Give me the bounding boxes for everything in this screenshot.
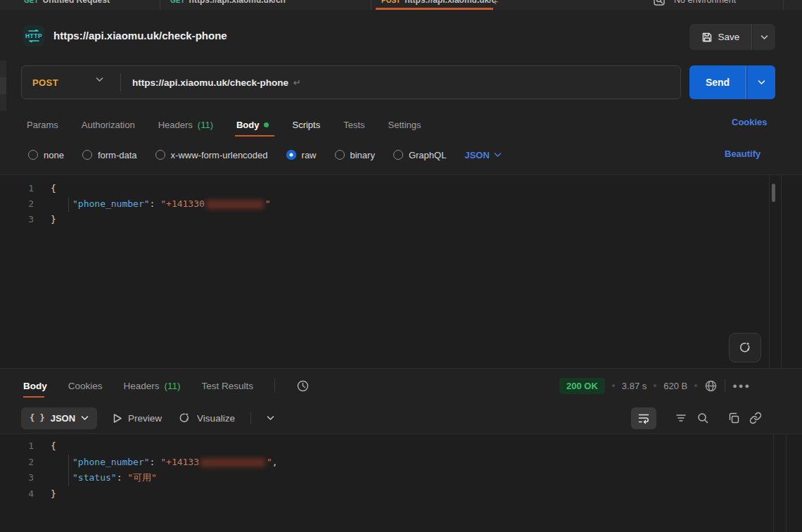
tab-tests[interactable]: Tests bbox=[343, 111, 364, 138]
wrap-text-icon bbox=[637, 412, 650, 424]
tab-label: Tests bbox=[343, 120, 364, 130]
method-selector-chevron[interactable] bbox=[96, 77, 103, 82]
json-value: "+141330 bbox=[160, 198, 205, 209]
search-icon[interactable] bbox=[696, 412, 709, 424]
braces-icon: { } bbox=[30, 413, 45, 423]
json-value: "+14133 bbox=[160, 457, 199, 467]
send-options-button[interactable] bbox=[747, 65, 775, 99]
request-tab-active[interactable]: POSThttps://api.xiaomu.uk/c bbox=[371, 0, 495, 10]
divider bbox=[274, 379, 275, 393]
filter-icon[interactable] bbox=[675, 412, 687, 424]
visualize-button[interactable]: Visualize bbox=[177, 411, 235, 425]
code-line: 1 { bbox=[0, 181, 802, 196]
save-options-button[interactable] bbox=[753, 24, 775, 50]
chevron-down-icon bbox=[81, 415, 89, 421]
json-key: "phone_number" bbox=[72, 457, 150, 467]
response-meta: 200 OK 3.87 s 620 B ●●● bbox=[559, 372, 751, 400]
json-value: " bbox=[265, 198, 271, 209]
radio-label: raw bbox=[302, 150, 317, 160]
visualize-options-chevron-icon[interactable] bbox=[267, 415, 274, 421]
beautify-link[interactable]: Beautify bbox=[725, 148, 760, 159]
history-clock-icon bbox=[296, 379, 310, 393]
raw-format-dropdown[interactable]: JSON bbox=[464, 150, 501, 160]
url-value: https://api.xiaomu.uk/check-phone bbox=[132, 77, 288, 88]
postbot-button[interactable] bbox=[729, 333, 761, 362]
copy-icon[interactable] bbox=[727, 412, 740, 424]
preview-button[interactable]: Preview bbox=[113, 413, 162, 424]
redacted-phone-digits bbox=[200, 458, 265, 467]
response-tab-headers[interactable]: Headers(11) bbox=[124, 372, 181, 400]
url-bar-divider bbox=[120, 73, 121, 91]
response-tab-cookies[interactable]: Cookies bbox=[68, 372, 103, 400]
new-tab-button[interactable]: + bbox=[492, 0, 498, 7]
tab-headers[interactable]: Headers(11) bbox=[158, 111, 213, 138]
tab-label: Headers bbox=[124, 381, 160, 391]
radio-raw[interactable]: raw bbox=[286, 150, 317, 160]
tab-label: Body bbox=[23, 381, 47, 391]
workspace-tab-bar: GETUntitled Request GEThttps://api.xiaom… bbox=[0, 0, 802, 10]
visualize-sparkle-icon bbox=[177, 411, 191, 425]
tab-label: Authorization bbox=[82, 120, 135, 130]
body-modified-dot bbox=[264, 122, 269, 127]
radio-graphql[interactable]: GraphQL bbox=[393, 150, 446, 160]
tab-label: https://api.xiaomu.uk/c bbox=[405, 0, 495, 5]
tab-settings[interactable]: Settings bbox=[388, 111, 421, 138]
tab-label: Scripts bbox=[292, 120, 320, 130]
response-tab-body[interactable]: Body bbox=[23, 372, 47, 400]
method-get-label: GET bbox=[24, 0, 39, 4]
more-options-icon[interactable]: ●●● bbox=[732, 381, 751, 390]
line-number: 2 bbox=[0, 455, 34, 471]
save-button[interactable]: Save bbox=[689, 24, 752, 50]
tab-params[interactable]: Params bbox=[27, 111, 58, 138]
wrap-text-button[interactable] bbox=[631, 407, 656, 429]
request-body-editor[interactable]: 1 { 2 "phone_number": "+141330" 3 } bbox=[0, 175, 802, 369]
response-format-label: JSON bbox=[51, 413, 75, 424]
divider bbox=[250, 412, 251, 424]
chevron-down-icon bbox=[760, 34, 768, 40]
request-tab-untitled[interactable]: GETUntitled Request bbox=[14, 0, 160, 10]
environment-label: No environment bbox=[674, 0, 736, 5]
link-icon[interactable] bbox=[749, 412, 762, 424]
code-token: : bbox=[150, 198, 161, 209]
radio-circle bbox=[393, 150, 403, 160]
line-number: 3 bbox=[0, 212, 34, 227]
code-token: : bbox=[117, 472, 128, 483]
visualize-label: Visualize bbox=[197, 413, 235, 424]
app-window: GETUntitled Request GEThttps://api.xiaom… bbox=[0, 0, 802, 532]
postbot-sparkle-icon bbox=[737, 340, 753, 355]
radio-none[interactable]: none bbox=[28, 150, 64, 160]
return-key-hint: ↵ bbox=[293, 77, 301, 88]
divider bbox=[725, 379, 725, 392]
tab-label: https://api.xiaomu.uk/ch bbox=[189, 0, 286, 5]
code-token: { bbox=[51, 183, 56, 194]
editor-scrollbar[interactable] bbox=[772, 184, 775, 202]
method-selector[interactable]: POST bbox=[32, 66, 58, 99]
status-badge: 200 OK bbox=[559, 378, 605, 394]
request-tab-get-url[interactable]: GEThttps://api.xiaomu.uk/ch bbox=[160, 0, 371, 10]
network-info-button[interactable] bbox=[704, 379, 718, 393]
tab-scripts[interactable]: Scripts bbox=[292, 111, 320, 138]
response-history-button[interactable] bbox=[296, 379, 310, 393]
radio-binary[interactable]: binary bbox=[335, 150, 375, 160]
save-button-label: Save bbox=[718, 32, 740, 42]
send-button-label: Send bbox=[706, 77, 730, 88]
radio-label: form-data bbox=[98, 150, 137, 160]
indent-guide bbox=[68, 455, 69, 486]
line-number: 4 bbox=[0, 486, 34, 502]
separator-dot bbox=[654, 384, 656, 387]
radio-circle bbox=[155, 150, 165, 160]
save-icon bbox=[701, 32, 713, 43]
radio-urlencoded[interactable]: x-www-form-urlencoded bbox=[155, 150, 268, 160]
json-key: "status" bbox=[72, 472, 117, 483]
tab-authorization[interactable]: Authorization bbox=[82, 111, 135, 138]
url-input[interactable]: https://api.xiaomu.uk/check-phone ↵ bbox=[132, 66, 301, 99]
response-tab-test-results[interactable]: Test Results bbox=[202, 372, 254, 400]
tab-body[interactable]: Body bbox=[236, 111, 269, 138]
send-button[interactable]: Send bbox=[689, 65, 746, 99]
json-value: "可用" bbox=[127, 472, 157, 483]
response-format-dropdown[interactable]: { } JSON bbox=[21, 407, 97, 429]
line-number: 2 bbox=[0, 196, 34, 212]
cookies-link[interactable]: Cookies bbox=[732, 117, 768, 127]
radio-form-data[interactable]: form-data bbox=[82, 150, 137, 160]
response-body-editor[interactable]: 1 { 2 "phone_number": "+14133", 3 "statu… bbox=[0, 433, 802, 532]
